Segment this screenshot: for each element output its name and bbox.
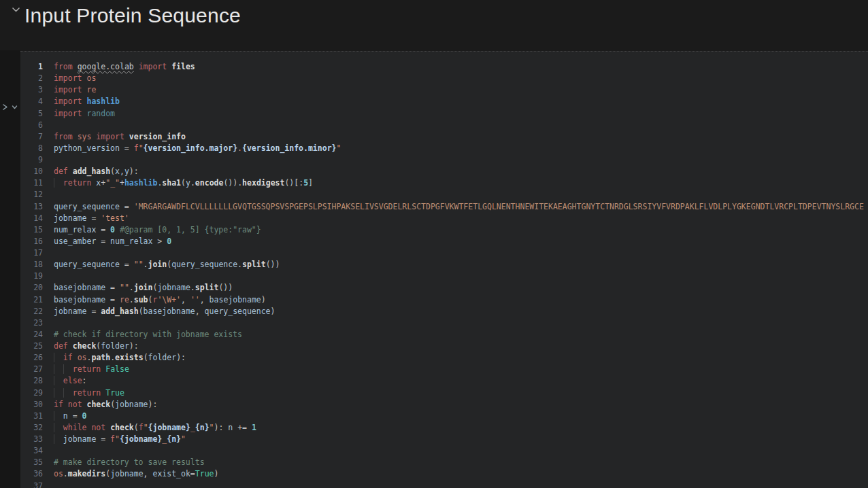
line-number: 21: [20, 294, 43, 306]
code-text: while not check(f"{jobname}_{n}"): n += …: [43, 423, 256, 432]
code-line[interactable]: 14jobname = 'test': [20, 213, 868, 224]
chevron-down-icon[interactable]: [11, 103, 18, 111]
line-number: 6: [20, 120, 43, 131]
code-text: import re: [43, 85, 96, 94]
code-line[interactable]: 9: [20, 154, 868, 166]
line-number: 3: [20, 84, 43, 96]
code-line[interactable]: 10def add_hash(x,y):: [20, 166, 868, 177]
section-header: Input Protein Sequence: [0, 0, 868, 50]
code-text: from google.colab import files: [43, 62, 195, 71]
code-line[interactable]: 15num_relax = 0 #@param [0, 1, 5] {type:…: [20, 224, 868, 236]
code-line[interactable]: 25def check(folder):: [20, 341, 868, 352]
line-number: 11: [20, 177, 43, 189]
code-line[interactable]: 19: [20, 271, 868, 282]
code-text: [43, 120, 54, 130]
line-number: 26: [20, 352, 43, 364]
line-number: 19: [20, 271, 43, 282]
line-number: 27: [20, 364, 43, 375]
code-line[interactable]: 37: [20, 481, 868, 488]
code-text: import hashlib: [43, 97, 120, 106]
code-line[interactable]: 13query_sequence = 'MRGARGAWDFLCVLLLLLLL…: [20, 201, 868, 213]
line-number: 18: [20, 259, 43, 271]
code-line[interactable]: 23: [20, 317, 868, 329]
line-number: 15: [20, 224, 43, 236]
code-line[interactable]: 1from google.colab import files: [20, 61, 868, 73]
line-number: 16: [20, 236, 43, 247]
code-text: if not check(jobname):: [43, 400, 157, 409]
code-line[interactable]: 36os.makedirs(jobname, exist_ok=True): [20, 468, 868, 480]
code-line[interactable]: 20basejobname = "".join(jobname.split()): [20, 282, 868, 294]
code-line[interactable]: 26 if os.path.exists(folder):: [20, 352, 868, 364]
line-number: 36: [20, 468, 43, 480]
code-text: jobname = add_hash(basejobname, query_se…: [43, 307, 275, 316]
code-text: [43, 481, 54, 488]
code-line[interactable]: 11 return x+"_"+hashlib.sha1(y.encode())…: [20, 177, 868, 189]
code-text: num_relax = 0 #@param [0, 1, 5] {type:"r…: [43, 225, 261, 234]
code-text: jobname = 'test': [43, 213, 129, 223]
code-text: python_version = f"{version_info.major}.…: [43, 143, 341, 153]
line-number: 31: [20, 411, 43, 422]
code-line[interactable]: 33 jobname = f"{jobname}_{n}": [20, 434, 868, 445]
line-number: 12: [20, 189, 43, 201]
code-line[interactable]: 30if not check(jobname):: [20, 399, 868, 411]
code-text: def add_hash(x,y):: [43, 167, 139, 176]
code-text: jobname = f"{jobname}_{n}": [43, 434, 186, 444]
code-text: [43, 190, 54, 199]
section-title: Input Protein Sequence: [24, 4, 241, 27]
code-line[interactable]: 6: [20, 120, 868, 131]
code-line[interactable]: 16use_amber = num_relax > 0: [20, 236, 868, 247]
code-text: import random: [43, 109, 115, 118]
code-text: query_sequence = 'MRGARGAWDFLCVLLLLLLLGV…: [43, 202, 864, 211]
line-number: 13: [20, 201, 43, 213]
code-text: [43, 155, 54, 164]
line-number: 22: [20, 306, 43, 317]
line-number: 35: [20, 457, 43, 468]
chevron-right-icon[interactable]: [1, 103, 9, 111]
line-number: 37: [20, 481, 43, 488]
line-number: 25: [20, 341, 43, 352]
code-line[interactable]: 8python_version = f"{version_info.major}…: [20, 143, 868, 154]
notebook-left-rail: [0, 50, 20, 488]
code-text: # check if directory with jobname exists: [43, 330, 242, 339]
code-line[interactable]: 5import random: [20, 108, 868, 120]
code-line[interactable]: 22jobname = add_hash(basejobname, query_…: [20, 306, 868, 317]
code-text: return True: [43, 388, 124, 398]
code-text: os.makedirs(jobname, exist_ok=True): [43, 469, 218, 478]
code-text: basejobname = "".join(jobname.split()): [43, 283, 233, 292]
code-line[interactable]: 17: [20, 247, 868, 259]
code-line[interactable]: 27 return False: [20, 364, 868, 375]
code-text: [43, 446, 54, 455]
code-line[interactable]: 32 while not check(f"{jobname}_{n}"): n …: [20, 422, 868, 434]
line-number: 30: [20, 399, 43, 411]
line-number: 7: [20, 131, 43, 143]
code-editor[interactable]: 1from google.colab import files2import o…: [20, 61, 868, 488]
code-text: query_sequence = "".join(query_sequence.…: [43, 260, 280, 269]
code-line[interactable]: 28 else:: [20, 375, 868, 387]
code-line[interactable]: 29 return True: [20, 387, 868, 399]
code-cell[interactable]: 1from google.colab import files2import o…: [20, 51, 868, 488]
line-number: 28: [20, 375, 43, 387]
code-line[interactable]: 3import re: [20, 84, 868, 96]
code-line[interactable]: 2import os: [20, 73, 868, 84]
line-number: 5: [20, 108, 43, 120]
code-line[interactable]: 21basejobname = re.sub(r'\W+', '', basej…: [20, 294, 868, 306]
code-text: # make directory to save results: [43, 457, 205, 467]
line-number: 1: [20, 61, 43, 73]
code-line[interactable]: 24# check if directory with jobname exis…: [20, 329, 868, 341]
code-line[interactable]: 4import hashlib: [20, 96, 868, 107]
code-text: basejobname = re.sub(r'\W+', '', basejob…: [43, 295, 266, 304]
code-line[interactable]: 7from sys import version_info: [20, 131, 868, 143]
line-number: 34: [20, 445, 43, 457]
code-line[interactable]: 18query_sequence = "".join(query_sequenc…: [20, 259, 868, 271]
code-text: if os.path.exists(folder):: [43, 353, 186, 362]
code-line[interactable]: 12: [20, 189, 868, 201]
line-number: 14: [20, 213, 43, 224]
code-line[interactable]: 31 n = 0: [20, 411, 868, 422]
line-number: 10: [20, 166, 43, 177]
code-text: return x+"_"+hashlib.sha1(y.encode()).he…: [43, 178, 313, 188]
line-number: 17: [20, 247, 43, 259]
code-line[interactable]: 35# make directory to save results: [20, 457, 868, 468]
chevron-down-icon[interactable]: [12, 7, 20, 13]
code-text: n = 0: [43, 411, 87, 421]
code-line[interactable]: 34: [20, 445, 868, 457]
